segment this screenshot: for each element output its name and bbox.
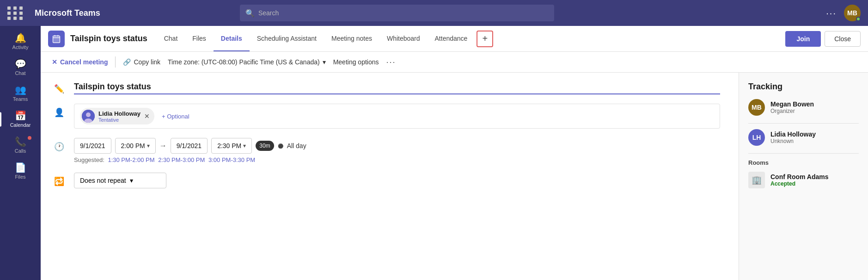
allday-label: All day <box>287 142 306 149</box>
room-icon: 🏢 <box>748 172 765 188</box>
optional-button[interactable]: + Optional <box>162 113 189 120</box>
calls-icon: 📞 <box>15 137 26 146</box>
sidebar-item-calendar[interactable]: 📅 Calendar <box>0 107 41 131</box>
tab-whiteboard[interactable]: Whiteboard <box>379 26 428 51</box>
attendee-avatar-img <box>82 110 95 123</box>
form-area: ✏️ 👤 <box>41 73 739 280</box>
teams-icon: 👥 <box>15 85 26 94</box>
sidebar-item-calls[interactable]: 📞 Calls <box>0 133 41 157</box>
organizer-role: Organizer <box>770 108 814 114</box>
add-tab-button[interactable]: + <box>477 31 493 47</box>
rooms-label: Rooms <box>748 159 859 166</box>
sidebar-label-teams: Teams <box>13 96 28 102</box>
repeat-value: Does not repeat <box>80 177 126 184</box>
rooms-divider <box>748 153 859 154</box>
action-bar: ✕ Cancel meeting 🔗 Copy link Time zone: … <box>41 52 868 73</box>
tab-files[interactable]: Files <box>185 26 214 51</box>
attendee2-name: Lidia Holloway <box>770 131 816 138</box>
attendee-chip: Lidia Holloway Tentative ✕ <box>80 108 154 124</box>
suggested-time-2[interactable]: 2:30 PM-3:00 PM <box>158 156 205 163</box>
chat-icon: 💬 <box>15 59 26 68</box>
attendee-avatar <box>82 110 95 123</box>
suggested-row: Suggested: 1:30 PM-2:00 PM 2:30 PM-3:00 … <box>74 156 720 163</box>
end-time-select[interactable]: 2:30 PM ▾ <box>211 138 252 154</box>
copy-link-label: Copy link <box>134 58 160 66</box>
body-split: ✏️ 👤 <box>41 73 868 280</box>
timezone-chevron-icon: ▾ <box>323 58 326 66</box>
action-divider <box>115 56 116 68</box>
start-time-chevron: ▾ <box>147 143 150 149</box>
end-date-input[interactable]: 9/1/2021 <box>171 138 208 154</box>
tab-details[interactable]: Details <box>214 26 250 51</box>
end-time-value: 2:30 PM <box>217 142 241 149</box>
attendee-input-area[interactable]: Lidia Holloway Tentative ✕ + Optional <box>74 104 720 129</box>
cancel-meeting-button[interactable]: ✕ Cancel meeting <box>52 58 108 66</box>
attendee2-avatar: LH <box>748 129 765 146</box>
meeting-options-button[interactable]: Meeting options <box>333 58 379 66</box>
app-grid-icon[interactable] <box>7 6 24 20</box>
repeat-content: Does not repeat ▾ <box>74 173 720 188</box>
top-bar: Microsoft Teams 🔍 ··· MB <box>0 0 868 26</box>
repeat-icon: 🔁 <box>52 173 67 187</box>
copy-link-button[interactable]: 🔗 Copy link <box>123 58 160 66</box>
close-button[interactable]: Close <box>825 31 861 47</box>
svg-point-6 <box>86 112 91 117</box>
join-button[interactable]: Join <box>785 31 821 47</box>
attendee-info: Lidia Holloway Tentative <box>98 110 141 123</box>
sidebar-label-activity: Activity <box>12 44 29 50</box>
sidebar-item-chat[interactable]: 💬 Chat <box>0 56 41 80</box>
start-date-input[interactable]: 9/1/2021 <box>74 138 111 154</box>
suggested-label: Suggested: <box>74 156 104 163</box>
timezone-label: Time zone: (UTC-08:00) Pacific Time (US … <box>168 58 320 66</box>
tracking-title: Tracking <box>748 82 859 92</box>
calls-badge <box>28 136 31 140</box>
avatar[interactable]: MB <box>844 5 861 21</box>
clock-icon: 🕐 <box>52 138 67 152</box>
timezone-button[interactable]: Time zone: (UTC-08:00) Pacific Time (US … <box>168 58 326 66</box>
organizer-info: Megan Bowen Organizer <box>770 100 814 114</box>
tab-notes[interactable]: Meeting notes <box>324 26 379 51</box>
end-time-chevron: ▾ <box>243 143 246 149</box>
sidebar-item-activity[interactable]: 🔔 Activity <box>0 30 41 54</box>
more-options-icon[interactable]: ··· <box>826 8 837 19</box>
attendee2-role: Unknown <box>770 138 816 144</box>
cancel-icon: ✕ <box>52 58 57 66</box>
activity-icon: 🔔 <box>15 33 26 43</box>
suggested-time-1[interactable]: 1:30 PM-2:00 PM <box>108 156 154 163</box>
title-row: ✏️ <box>52 80 720 94</box>
sidebar-label-files: Files <box>15 174 25 180</box>
tab-bar: Tailspin toys status Chat Files Details … <box>41 26 868 52</box>
top-bar-right: ··· MB <box>826 5 861 21</box>
room-item: 🏢 Conf Room Adams Accepted <box>748 172 859 188</box>
attendee-name: Lidia Holloway <box>98 110 141 117</box>
duration-badge: 30m <box>256 141 274 151</box>
repeat-select[interactable]: Does not repeat ▾ <box>74 173 166 188</box>
tab-chat[interactable]: Chat <box>157 26 185 51</box>
repeat-chevron-icon: ▾ <box>130 177 133 184</box>
organizer-avatar: MB <box>748 99 765 116</box>
title-input[interactable] <box>74 80 720 94</box>
search-input[interactable] <box>258 9 549 17</box>
svg-rect-0 <box>53 36 60 43</box>
remove-attendee-button[interactable]: ✕ <box>144 112 150 120</box>
tab-scheduling[interactable]: Scheduling Assistant <box>250 26 324 51</box>
attendee2-info: Lidia Holloway Unknown <box>770 131 816 144</box>
tab-bar-right: Join Close <box>785 31 861 47</box>
edit-icon: ✏️ <box>52 80 67 94</box>
suggested-time-3[interactable]: 3:00 PM-3:30 PM <box>208 156 255 163</box>
arrow-right-icon: → <box>159 142 167 150</box>
tab-attendance[interactable]: Attendance <box>428 26 475 51</box>
search-icon: 🔍 <box>245 9 255 18</box>
start-time-select[interactable]: 2:00 PM ▾ <box>115 138 156 154</box>
search-bar[interactable]: 🔍 <box>240 5 554 21</box>
online-badge <box>856 17 861 21</box>
sidebar-item-teams[interactable]: 👥 Teams <box>0 81 41 106</box>
attendee-status: Tentative <box>98 117 141 123</box>
sidebar-label-calendar: Calendar <box>10 122 31 128</box>
tracking-panel: Tracking MB Megan Bowen Organizer LH Lid… <box>739 73 868 280</box>
more-actions-icon[interactable]: ··· <box>386 57 396 67</box>
content-area: Tailspin toys status Chat Files Details … <box>41 26 868 280</box>
sidebar-item-files[interactable]: 📄 Files <box>0 159 41 183</box>
link-icon: 🔗 <box>123 58 131 66</box>
meeting-icon-box <box>48 31 65 47</box>
